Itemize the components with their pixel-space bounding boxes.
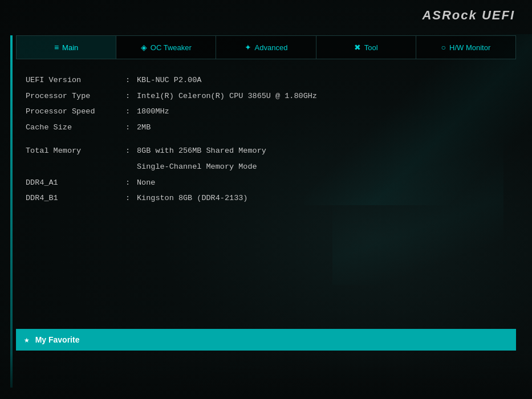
favorite-label: My Favorite bbox=[35, 335, 80, 344]
nav-item-hw-monitor[interactable]: ○ H/W Monitor bbox=[416, 36, 515, 59]
nav-label-tool: Tool bbox=[364, 43, 378, 52]
nav-bar: ≡ Main ◈ OC Tweaker ✦ Advanced ✖ Tool ○ … bbox=[16, 35, 516, 59]
nav-label-hw-monitor: H/W Monitor bbox=[449, 43, 490, 52]
processor-speed-label: Processor Speed bbox=[26, 105, 125, 118]
logo-brand: ASRock bbox=[422, 8, 477, 22]
left-accent-bar bbox=[10, 35, 13, 388]
oc-tweaker-icon: ◈ bbox=[141, 43, 147, 52]
processor-type-colon: : bbox=[125, 90, 137, 103]
hw-monitor-icon: ○ bbox=[441, 43, 446, 52]
memory-indent bbox=[26, 161, 137, 173]
processor-type-row: Processor Type : Intel(R) Celeron(R) CPU… bbox=[26, 90, 506, 103]
ddr4-b1-value: Kingston 8GB (DDR4-2133) bbox=[137, 192, 506, 205]
total-memory-colon: : bbox=[125, 145, 137, 157]
memory-continuation-row: Single-Channel Memory Mode bbox=[26, 161, 506, 173]
processor-speed-row: Processor Speed : 1800MHz bbox=[26, 105, 506, 118]
ddr4-b1-colon: : bbox=[125, 192, 137, 205]
ddr4-a1-row: DDR4_A1 : None bbox=[26, 177, 506, 189]
asrock-logo: ASRock UEFI bbox=[422, 8, 515, 23]
processor-speed-value: 1800MHz bbox=[137, 105, 506, 118]
advanced-icon: ✦ bbox=[245, 43, 251, 52]
uefi-version-colon: : bbox=[125, 74, 137, 87]
total-memory-label: Total Memory bbox=[26, 145, 125, 157]
tool-icon: ✖ bbox=[354, 43, 361, 52]
my-favorite-row[interactable]: ★ My Favorite bbox=[16, 329, 516, 351]
spacer-1 bbox=[26, 137, 506, 145]
total-memory-value: 8GB with 256MB Shared Memory bbox=[137, 145, 506, 157]
cache-size-colon: : bbox=[125, 121, 137, 134]
nav-label-advanced: Advanced bbox=[255, 43, 288, 52]
logo-product: UEFI bbox=[482, 8, 515, 22]
nav-label-main: Main bbox=[62, 43, 78, 52]
ddr4-a1-label: DDR4_A1 bbox=[26, 177, 125, 189]
main-content: UEFI Version : KBL-NUC P2.00A Processor … bbox=[26, 74, 506, 208]
star-icon: ★ bbox=[24, 334, 30, 345]
nav-item-advanced[interactable]: ✦ Advanced bbox=[216, 36, 316, 59]
nav-label-oc-tweaker: OC Tweaker bbox=[151, 43, 192, 52]
processor-speed-colon: : bbox=[125, 105, 137, 118]
uefi-version-row: UEFI Version : KBL-NUC P2.00A bbox=[26, 74, 506, 87]
cache-size-row: Cache Size : 2MB bbox=[26, 121, 506, 134]
processor-type-label: Processor Type bbox=[26, 90, 125, 103]
nav-item-tool[interactable]: ✖ Tool bbox=[316, 36, 416, 59]
total-memory-row: Total Memory : 8GB with 256MB Shared Mem… bbox=[26, 145, 506, 157]
memory-value-line2: Single-Channel Memory Mode bbox=[137, 161, 257, 173]
ddr4-b1-label: DDR4_B1 bbox=[26, 192, 125, 205]
ddr4-a1-value: None bbox=[137, 177, 506, 189]
processor-type-value: Intel(R) Celeron(R) CPU 3865U @ 1.80GHz bbox=[137, 90, 506, 103]
cache-size-value: 2MB bbox=[137, 121, 506, 134]
nav-item-oc-tweaker[interactable]: ◈ OC Tweaker bbox=[116, 36, 216, 59]
cache-size-label: Cache Size bbox=[26, 121, 125, 134]
main-icon: ≡ bbox=[54, 43, 59, 52]
ddr4-a1-colon: : bbox=[125, 177, 137, 189]
ddr4-b1-row: DDR4_B1 : Kingston 8GB (DDR4-2133) bbox=[26, 192, 506, 205]
uefi-version-value: KBL-NUC P2.00A bbox=[137, 74, 506, 87]
nav-item-main[interactable]: ≡ Main bbox=[17, 36, 116, 59]
uefi-version-label: UEFI Version bbox=[26, 74, 125, 87]
